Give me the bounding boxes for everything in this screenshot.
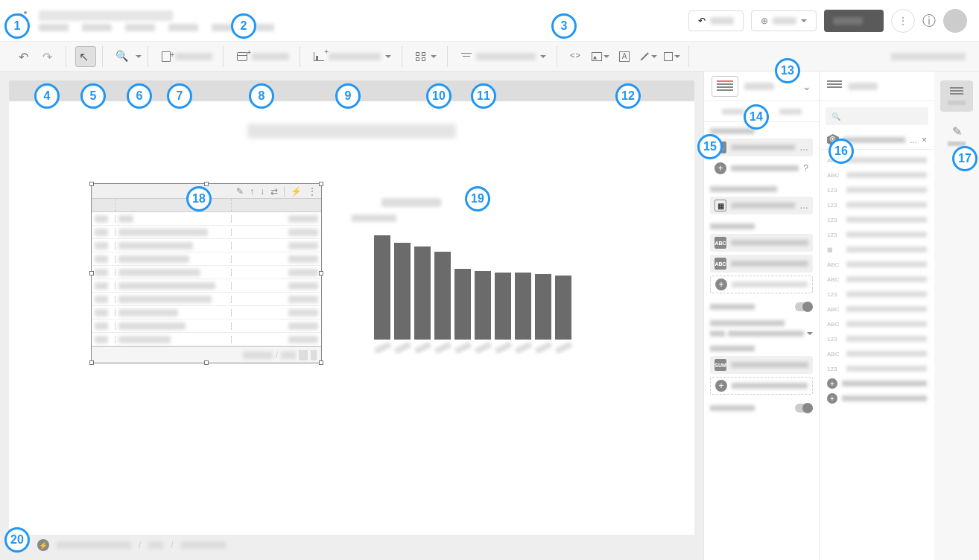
help-icon[interactable]: ? bbox=[803, 163, 808, 174]
field-item[interactable]: ▦ bbox=[827, 242, 927, 257]
field-item[interactable]: 123 bbox=[827, 361, 927, 376]
dimension-field-2[interactable]: ABC bbox=[710, 255, 813, 273]
metric-field[interactable]: SUM bbox=[710, 356, 813, 374]
account-avatar[interactable] bbox=[943, 9, 967, 33]
field-item[interactable]: 123 bbox=[827, 331, 927, 346]
table-more-icon[interactable]: ⋮ bbox=[308, 186, 317, 197]
chart-bar bbox=[454, 269, 471, 340]
menu-view[interactable] bbox=[125, 24, 155, 31]
url-embed-button[interactable] bbox=[566, 46, 587, 67]
theme-layout-button[interactable] bbox=[887, 46, 970, 67]
field-item[interactable]: ABC bbox=[827, 153, 927, 168]
redo-button[interactable] bbox=[39, 46, 60, 67]
zoom-button[interactable] bbox=[112, 46, 133, 67]
chart-xaxis-labels bbox=[352, 343, 598, 354]
shape-button[interactable] bbox=[662, 46, 682, 67]
app-logo-icon[interactable] bbox=[12, 13, 27, 28]
field-item[interactable]: 123 bbox=[827, 212, 927, 227]
sidebar-edit-tab[interactable]: ✎ bbox=[940, 119, 973, 150]
redo-icon bbox=[42, 50, 56, 63]
field-item[interactable]: 123 bbox=[827, 197, 927, 212]
status-bolt-icon[interactable]: ⚡ bbox=[37, 539, 49, 551]
data-panel-header bbox=[820, 71, 934, 101]
report-canvas[interactable]: ✎ ↑ ↓ ⇄ ⚡ ⋮ bbox=[9, 101, 694, 535]
menu-insert[interactable] bbox=[168, 24, 198, 31]
table-row bbox=[92, 266, 321, 279]
table-settings-icon[interactable]: ⇄ bbox=[270, 186, 278, 197]
field-item[interactable]: 123 bbox=[827, 227, 927, 242]
help-button[interactable]: ⓘ bbox=[922, 12, 936, 30]
optional-metrics-toggle[interactable] bbox=[795, 404, 813, 413]
canvas-tab-strip[interactable] bbox=[9, 80, 694, 101]
field-item[interactable]: 123 bbox=[827, 287, 927, 302]
header-undo-button[interactable]: ↶ bbox=[688, 10, 744, 31]
status-bar: ⚡ / / bbox=[37, 539, 226, 551]
field-item[interactable]: 123 bbox=[827, 182, 927, 197]
menu-edit[interactable] bbox=[82, 24, 112, 31]
bar-chart-component[interactable] bbox=[352, 198, 598, 354]
view-button[interactable] bbox=[824, 10, 884, 32]
field-item[interactable]: ABC bbox=[827, 316, 927, 331]
data-add-icon bbox=[237, 52, 247, 61]
sidebar-data-tab[interactable] bbox=[940, 80, 973, 112]
app-header: ↶ ⊕ ⋮ ⓘ bbox=[0, 0, 979, 42]
text-button[interactable] bbox=[614, 46, 635, 67]
community-viz-button[interactable] bbox=[411, 46, 441, 67]
toolbar bbox=[0, 42, 979, 71]
drill-down-toggle[interactable] bbox=[795, 302, 813, 311]
field-item[interactable]: ABC bbox=[827, 302, 927, 316]
add-parameter-button[interactable]: + bbox=[827, 391, 927, 406]
tab-style[interactable] bbox=[761, 101, 819, 121]
add-dimension[interactable]: + bbox=[710, 276, 813, 293]
table-component[interactable]: ✎ ↑ ↓ ⇄ ⚡ ⋮ bbox=[91, 183, 322, 363]
data-source-row[interactable]: … × bbox=[820, 131, 934, 150]
image-button[interactable] bbox=[590, 46, 611, 67]
field-item[interactable]: ABC bbox=[827, 346, 927, 361]
table-up-icon[interactable]: ↑ bbox=[250, 186, 254, 197]
theme-label bbox=[891, 53, 966, 60]
field-item[interactable]: ABC bbox=[827, 272, 927, 287]
abc-icon: ABC bbox=[715, 237, 726, 249]
add-metric[interactable]: + bbox=[710, 377, 813, 395]
add-data-label bbox=[252, 53, 289, 60]
share-dropdown-caret bbox=[801, 19, 807, 22]
field-search-input[interactable] bbox=[826, 107, 928, 125]
select-tool-button[interactable] bbox=[75, 46, 96, 67]
add-field-button[interactable]: + bbox=[827, 376, 927, 391]
data-source-field[interactable]: ✎ … bbox=[710, 139, 813, 156]
table-mini-toolbar: ✎ ↑ ↓ ⇄ ⚡ ⋮ bbox=[92, 184, 321, 199]
optional-metrics-row bbox=[710, 404, 813, 413]
field-item[interactable]: ABC bbox=[827, 168, 927, 182]
view-label bbox=[833, 17, 863, 25]
section-metric-sort bbox=[710, 320, 813, 337]
dimension-field-1[interactable]: ABC bbox=[710, 234, 813, 252]
table-down-icon[interactable]: ↓ bbox=[260, 186, 264, 197]
add-page-label bbox=[175, 53, 212, 60]
table-edit-icon[interactable]: ✎ bbox=[236, 186, 244, 197]
control-caret bbox=[540, 55, 546, 58]
line-button[interactable] bbox=[638, 46, 659, 67]
axis-tick-label bbox=[454, 342, 472, 354]
menu-file[interactable] bbox=[39, 24, 69, 31]
undo-label bbox=[710, 17, 734, 25]
share-button[interactable]: ⊕ bbox=[751, 10, 817, 31]
menu-help[interactable] bbox=[255, 24, 274, 31]
add-data-button[interactable] bbox=[232, 46, 294, 67]
add-chart-label bbox=[329, 53, 381, 60]
undo-button[interactable] bbox=[15, 46, 36, 67]
chart-type-selector[interactable]: ⌄ bbox=[704, 71, 819, 101]
field-item[interactable]: ABC bbox=[827, 257, 927, 272]
add-control-label bbox=[476, 53, 536, 60]
add-page-button[interactable] bbox=[157, 46, 217, 67]
chart-bar bbox=[555, 276, 571, 340]
menu-page[interactable] bbox=[212, 24, 241, 31]
report-title-input[interactable] bbox=[39, 10, 173, 21]
tab-setup[interactable] bbox=[704, 101, 761, 121]
date-range-field[interactable]: ▦ … bbox=[710, 197, 813, 214]
more-options-button[interactable]: ⋮ bbox=[891, 9, 915, 33]
add-data-source[interactable]: + ? bbox=[710, 159, 813, 177]
add-control-button[interactable] bbox=[457, 46, 551, 67]
close-icon[interactable]: × bbox=[922, 135, 927, 145]
table-bolt-icon[interactable]: ⚡ bbox=[284, 186, 302, 197]
add-chart-button[interactable] bbox=[309, 46, 396, 67]
